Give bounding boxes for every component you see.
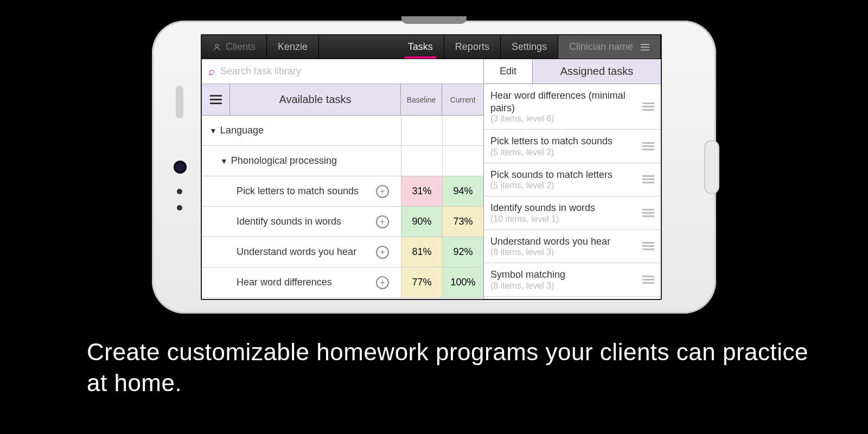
drag-handle-icon[interactable]: [642, 276, 654, 284]
nav-clients-label: Clients: [226, 41, 256, 53]
svg-point-0: [215, 44, 218, 47]
assigned-title: Identify sounds in words: [490, 202, 637, 214]
add-task-button[interactable]: +: [376, 276, 389, 289]
drag-handle-icon[interactable]: [642, 103, 654, 111]
hamburger-icon: [210, 95, 222, 104]
marketing-caption: Create customizable homework programs yo…: [87, 336, 814, 398]
assigned-title: Hear word differences (minimal pairs): [490, 90, 637, 114]
phone-frame: Clients Kenzie Tasks Reports Settings Cl…: [152, 21, 716, 314]
phone-camera: [174, 161, 187, 174]
assigned-subtitle: (3 items, level 6): [490, 114, 637, 124]
current-value: 73%: [442, 207, 483, 237]
person-icon: [213, 43, 221, 52]
drag-handle-icon[interactable]: [642, 142, 654, 150]
assigned-title: Pick letters to match sounds: [490, 135, 637, 148]
assigned-title: Understand words you hear: [490, 235, 637, 248]
caret-down-icon: ▼: [220, 157, 228, 165]
task-name: Hear word differences: [237, 277, 332, 288]
current-value: 100%: [442, 267, 483, 297]
col-available-tasks: Available tasks: [230, 84, 401, 115]
nav-reports[interactable]: Reports: [444, 35, 501, 59]
assigned-subtitle: (10 items, level 1): [490, 214, 637, 224]
assigned-subtitle: (5 items, level 2): [490, 181, 637, 190]
phone-home-button: [704, 140, 719, 194]
task-row[interactable]: Hear word differences+77%100%: [202, 267, 483, 298]
task-rows: ▼Language ▼Phonological processing Pick …: [202, 116, 483, 299]
col-current: Current: [442, 84, 483, 115]
phone-speaker: [176, 86, 183, 118]
search-icon: ⌕: [208, 65, 215, 78]
search-placeholder: Search task library: [220, 66, 301, 77]
assigned-title: Symbol matching: [490, 269, 637, 281]
phone-sensor: [177, 189, 182, 194]
table-header: Available tasks Baseline Current: [202, 84, 483, 116]
subcategory-row[interactable]: ▼Phonological processing: [202, 146, 483, 176]
available-tasks-panel: ⌕ Search task library Available tasks Ba…: [202, 59, 484, 299]
search-bar[interactable]: ⌕ Search task library: [202, 59, 483, 84]
assigned-item[interactable]: Hear word differences (minimal pairs)(3 …: [484, 84, 661, 130]
col-baseline: Baseline: [401, 84, 442, 115]
filter-button[interactable]: [202, 84, 230, 115]
assigned-title: Pick sounds to match letters: [490, 169, 637, 181]
nav-clients[interactable]: Clients: [202, 35, 267, 59]
assigned-tasks-panel: Edit Assigned tasks Hear word difference…: [484, 59, 661, 299]
task-name: Identify sounds in words: [237, 216, 341, 227]
baseline-value: 31%: [401, 176, 442, 206]
assigned-tasks-header: Assigned tasks: [533, 59, 661, 84]
current-value: 92%: [442, 237, 483, 267]
nav-client-name[interactable]: Kenzie: [267, 35, 319, 59]
task-row[interactable]: Understand words you hear+81%92%: [202, 237, 483, 267]
baseline-value: 81%: [401, 237, 442, 267]
drag-handle-icon[interactable]: [642, 209, 654, 217]
baseline-value: 77%: [401, 267, 442, 297]
phone-sensor: [177, 205, 182, 210]
assigned-list: Hear word differences (minimal pairs)(3 …: [484, 84, 661, 299]
assigned-item[interactable]: Understand words you hear(8 items, level…: [484, 230, 661, 264]
add-task-button[interactable]: +: [376, 215, 389, 228]
nav-tasks[interactable]: Tasks: [397, 35, 444, 59]
assigned-item[interactable]: Identify sounds in words(10 items, level…: [484, 196, 661, 230]
add-task-button[interactable]: +: [376, 246, 389, 259]
caret-down-icon: ▼: [209, 126, 217, 135]
task-row[interactable]: Identify sounds in words+90%73%: [202, 207, 483, 237]
nav-clinician[interactable]: Clinician name: [558, 35, 661, 59]
assigned-subtitle: (5 items, level 2): [490, 148, 637, 157]
assigned-item[interactable]: Pick sounds to match letters(5 items, le…: [484, 163, 661, 197]
app-screen: Clients Kenzie Tasks Reports Settings Cl…: [201, 34, 662, 300]
phone-notch: [401, 16, 467, 24]
task-name: Understand words you hear: [237, 246, 356, 258]
nav-settings[interactable]: Settings: [501, 35, 558, 59]
drag-handle-icon[interactable]: [642, 242, 654, 250]
current-value: 94%: [442, 176, 483, 206]
assigned-subtitle: (8 items, level 3): [490, 247, 637, 257]
hamburger-icon: [641, 44, 649, 50]
assigned-item[interactable]: Symbol matching(8 items, level 3): [484, 263, 661, 297]
top-nav: Clients Kenzie Tasks Reports Settings Cl…: [202, 35, 661, 59]
baseline-value: 90%: [401, 207, 442, 237]
task-row[interactable]: Pick letters to match sounds+31%94%: [202, 176, 483, 207]
assigned-item[interactable]: Pick letters to match sounds(5 items, le…: [484, 130, 661, 163]
edit-button[interactable]: Edit: [484, 59, 533, 84]
category-row[interactable]: ▼Language: [202, 116, 483, 146]
drag-handle-icon[interactable]: [642, 175, 654, 183]
assigned-subtitle: (8 items, level 3): [490, 281, 637, 291]
task-name: Pick letters to match sounds: [237, 186, 359, 197]
add-task-button[interactable]: +: [376, 185, 389, 198]
